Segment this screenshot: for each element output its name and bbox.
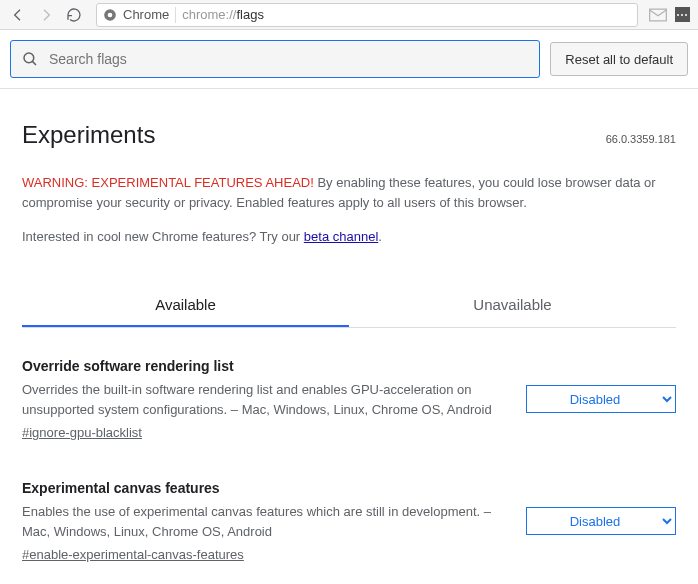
svg-point-2 (24, 53, 34, 63)
title-row: Experiments 66.0.3359.181 (22, 121, 676, 149)
url-rest: flags (236, 7, 263, 22)
flag-row: Override software rendering list Overrid… (22, 328, 676, 450)
beta-channel-link[interactable]: beta channel (304, 229, 378, 244)
beta-line: Interested in cool new Chrome features? … (22, 229, 676, 244)
toolbar-right-icons (648, 7, 692, 23)
url-muted: chrome:// (182, 7, 236, 22)
flag-description: Overrides the built-in software renderin… (22, 380, 506, 419)
address-divider (175, 7, 176, 23)
warning-head: WARNING: EXPERIMENTAL FEATURES AHEAD! (22, 175, 314, 190)
warning-text: WARNING: EXPERIMENTAL FEATURES AHEAD! By… (22, 173, 676, 213)
tabs: Available Unavailable (22, 284, 676, 328)
search-box (10, 40, 540, 78)
back-button[interactable] (6, 3, 30, 27)
address-bar[interactable]: Chrome chrome://flags (96, 3, 638, 27)
page-title: Experiments (22, 121, 155, 149)
flag-title: Override software rendering list (22, 358, 506, 374)
flag-anchor[interactable]: #ignore-gpu-blacklist (22, 425, 142, 440)
browser-toolbar: Chrome chrome://flags (0, 0, 698, 30)
flag-select[interactable]: Disabled (526, 385, 676, 413)
search-input[interactable] (49, 51, 529, 67)
flag-row: Experimental canvas features Enables the… (22, 450, 676, 572)
svg-line-3 (32, 61, 36, 65)
beta-suffix: . (378, 229, 382, 244)
flag-text: Experimental canvas features Enables the… (22, 480, 506, 562)
tab-unavailable[interactable]: Unavailable (349, 284, 676, 327)
chrome-icon (103, 8, 117, 22)
flag-text: Override software rendering list Overrid… (22, 358, 506, 440)
search-row: Reset all to default (0, 30, 698, 89)
page-content: Experiments 66.0.3359.181 WARNING: EXPER… (0, 89, 698, 584)
version-label: 66.0.3359.181 (606, 133, 676, 145)
flag-description: Enables the use of experimental canvas f… (22, 502, 506, 541)
mail-icon[interactable] (648, 7, 668, 23)
flag-title: Experimental canvas features (22, 480, 506, 496)
flag-select[interactable]: Disabled (526, 507, 676, 535)
flag-anchor[interactable]: #enable-experimental-canvas-features (22, 547, 244, 562)
beta-prefix: Interested in cool new Chrome features? … (22, 229, 304, 244)
tab-available[interactable]: Available (22, 284, 349, 327)
address-scheme-label: Chrome (123, 7, 169, 22)
reload-button[interactable] (62, 3, 86, 27)
search-icon (21, 50, 39, 68)
address-url: chrome://flags (182, 7, 264, 22)
forward-button[interactable] (34, 3, 58, 27)
extension-icon[interactable] (672, 7, 692, 23)
svg-point-1 (108, 12, 113, 17)
reset-all-button[interactable]: Reset all to default (550, 42, 688, 76)
